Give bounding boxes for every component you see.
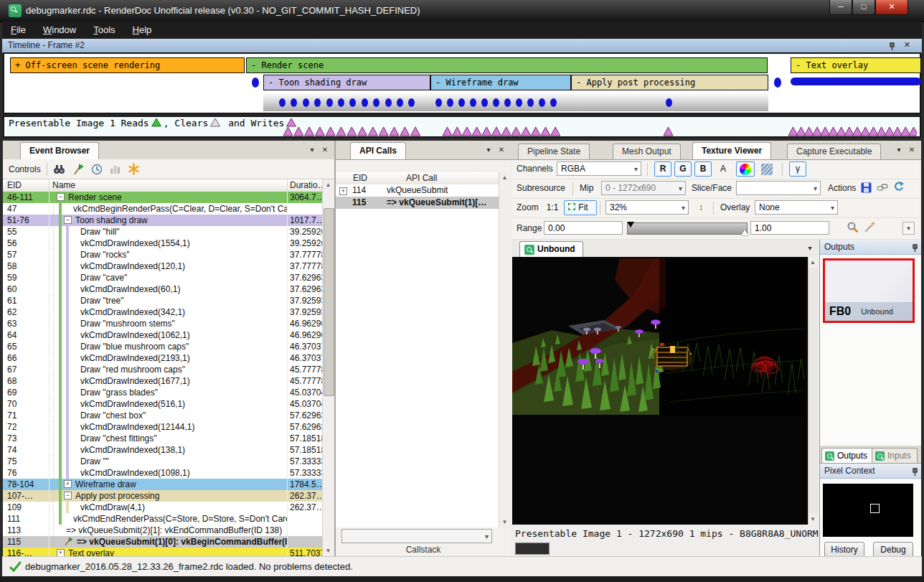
tab-current-texture[interactable]: Unbound <box>519 241 583 257</box>
usage-triangle[interactable] <box>411 127 420 136</box>
usage-triangle[interactable] <box>305 127 314 136</box>
usage-triangle[interactable] <box>664 127 673 136</box>
timeline-draw-dot[interactable] <box>338 98 344 107</box>
event-row[interactable]: 70vkCmdDrawIndexed(516,1)45.03704 <box>3 398 323 410</box>
column-api-call[interactable]: API Call <box>403 172 499 184</box>
api-calls-scrollbar[interactable]: ▲ ▼ <box>499 172 511 527</box>
callstack-frame-select[interactable] <box>341 529 492 543</box>
timeline-marker-bar[interactable]: - Text overlay <box>791 57 921 73</box>
save-icon[interactable] <box>861 182 872 196</box>
event-row[interactable]: 46-111−Render scene3064.7… <box>3 192 323 203</box>
histogram-wand-icon[interactable] <box>864 221 876 236</box>
timeline-draw-dot[interactable] <box>493 98 499 107</box>
usage-triangle[interactable] <box>844 127 854 136</box>
usage-triangle[interactable] <box>861 127 870 136</box>
usage-triangle[interactable] <box>821 127 830 136</box>
usage-triangle[interactable] <box>788 127 798 136</box>
event-row[interactable]: 64vkCmdDrawIndexed(1062,1)46.96296 <box>3 329 323 341</box>
close-icon[interactable]: ✕ <box>496 145 506 155</box>
menu-window[interactable]: Window <box>34 22 85 35</box>
timeline-draw-dot[interactable] <box>516 98 522 107</box>
range-slider[interactable] <box>627 222 748 235</box>
event-row[interactable]: 57Draw "rocks"37.77778 <box>3 249 323 261</box>
usage-triangle-row[interactable] <box>4 126 917 137</box>
goto-eid-flag-icon[interactable] <box>72 164 85 175</box>
column-eid[interactable]: EID <box>3 179 50 192</box>
event-row[interactable]: 51-76−Toon shading draw1017.7… <box>3 215 323 226</box>
event-browser-scrollbar[interactable]: ▲ ▼ <box>322 179 334 556</box>
usage-triangle[interactable] <box>482 127 491 136</box>
column-name[interactable]: Name <box>50 179 287 192</box>
pin-icon[interactable] <box>911 466 919 481</box>
event-row[interactable]: 115=> vkQueueSubmit(1)[0]: vkBeginComman… <box>3 536 323 548</box>
pixel-context-view[interactable] <box>823 484 913 537</box>
bookmark-asterisk-icon[interactable] <box>128 164 141 175</box>
event-row[interactable]: 56vkCmdDrawIndexed(1554,1)39.25926 <box>3 238 323 249</box>
event-row[interactable]: 73Draw "chest fittings"57.18518 <box>3 433 323 444</box>
range-min-handle[interactable] <box>627 222 634 227</box>
usage-triangle[interactable] <box>151 118 161 126</box>
scroll-down-icon[interactable]: ▼ <box>323 545 334 556</box>
usage-triangle[interactable] <box>347 127 357 136</box>
usage-triangle[interactable] <box>829 127 838 136</box>
channels-select[interactable]: RGBA <box>557 161 641 176</box>
usage-triangle[interactable] <box>853 127 862 136</box>
event-row[interactable]: 109vkCmdDraw(4,1)262.37… <box>3 502 323 513</box>
timeline-draw-dot[interactable] <box>303 98 309 107</box>
column-eid[interactable]: EID <box>336 172 403 184</box>
tree-expander-icon[interactable]: + <box>64 480 72 488</box>
event-row[interactable]: 71Draw "chest box"57.62963 <box>3 410 323 421</box>
event-row[interactable]: 78-104+Wireframe draw1784.5… <box>3 479 323 490</box>
timeline-draw-dot[interactable] <box>385 98 392 107</box>
channel-g-button[interactable]: G <box>674 161 692 177</box>
channel-b-button[interactable]: B <box>694 161 712 177</box>
link-icon[interactable] <box>877 182 888 195</box>
channel-a-button[interactable]: A <box>715 161 732 177</box>
usage-triangle[interactable] <box>813 127 822 136</box>
event-row[interactable]: 58vkCmdDrawIndexed(120,1)37.77778 <box>3 261 323 272</box>
usage-triangle[interactable] <box>336 127 346 136</box>
zoom-1to1-button[interactable]: 1:1 <box>542 200 562 215</box>
zoom-level-select[interactable]: 32% <box>605 200 689 215</box>
time-draws-clock-icon[interactable] <box>90 164 103 175</box>
usage-triangle[interactable] <box>453 127 462 136</box>
timeline-draw-dot[interactable] <box>481 98 488 107</box>
close-icon[interactable]: ✕ <box>907 145 917 155</box>
usage-triangle[interactable] <box>283 127 293 136</box>
close-icon[interactable]: ✕ <box>904 40 910 50</box>
event-row[interactable]: 116-…+Text overlay511.7037 <box>3 548 323 556</box>
usage-triangle[interactable] <box>796 127 806 136</box>
scroll-up-icon[interactable]: ▲ <box>323 179 334 190</box>
usage-triangle[interactable] <box>368 127 377 136</box>
autofit-magnifier-icon[interactable] <box>847 221 859 236</box>
usage-triangle[interactable] <box>315 127 324 136</box>
overlay-select[interactable]: None <box>755 200 838 215</box>
timeline-draw-dot[interactable] <box>666 98 672 107</box>
timeline-draw-dot[interactable] <box>470 98 476 107</box>
range-max-input[interactable]: 1.00 <box>750 221 829 235</box>
scroll-down-icon[interactable]: ▼ <box>808 514 817 525</box>
usage-triangle[interactable] <box>836 127 846 136</box>
event-row[interactable]: 55Draw "hill"39.25926 <box>3 226 323 238</box>
event-row[interactable]: 74vkCmdDrawIndexed(138,1)57.18518 <box>3 444 323 456</box>
dock-menu-icon[interactable]: ▾ <box>307 145 317 155</box>
scrollbar-thumb[interactable] <box>324 208 334 396</box>
usage-triangle[interactable] <box>492 127 501 136</box>
usage-triangle[interactable] <box>379 127 388 136</box>
timeline-draw-dot[interactable] <box>504 98 511 107</box>
slice-face-select[interactable] <box>736 181 821 195</box>
menu-tools[interactable]: Tools <box>85 22 123 35</box>
event-row[interactable]: 59Draw "cave"37.62963 <box>3 272 323 283</box>
usage-triangle[interactable] <box>901 127 910 136</box>
timeline-track[interactable]: + Off-screen scene rendering- Render sce… <box>3 52 921 114</box>
usage-triangle[interactable] <box>893 127 902 136</box>
usage-triangle[interactable] <box>541 127 550 136</box>
mip-select[interactable]: 0 - 1272x690 <box>601 181 686 195</box>
usage-triangle[interactable] <box>877 127 886 136</box>
maximize-button[interactable]: □ <box>852 0 875 15</box>
event-row[interactable]: 62vkCmdDrawIndexed(342,1)37.92593 <box>3 306 323 318</box>
usage-triangle[interactable] <box>885 127 894 136</box>
timeline-draw-dot[interactable] <box>539 98 545 107</box>
timeline-marker-bar[interactable]: - Wireframe draw <box>430 75 571 90</box>
find-icon[interactable] <box>53 164 66 175</box>
